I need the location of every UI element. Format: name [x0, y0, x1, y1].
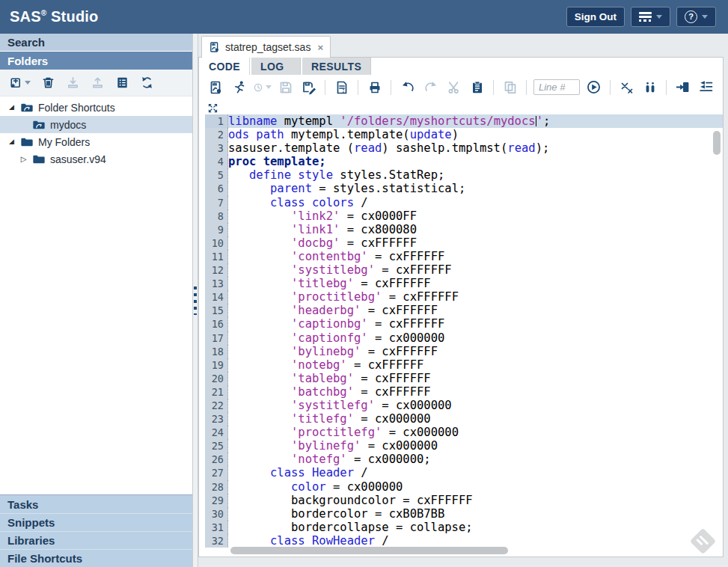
program-button[interactable] [207, 78, 225, 96]
pane-splitter[interactable] [193, 34, 198, 567]
line-number: 25 [205, 439, 228, 453]
code-line[interactable]: 19 'notebg' = cxFFFFFF [205, 358, 723, 372]
code-line[interactable]: 5 define style styles.StatRep; [205, 168, 723, 182]
code-line[interactable]: 8 'link2' = cx0000FF [205, 209, 723, 223]
code-line[interactable]: 30 bordercolor = cxB0B7BB [205, 507, 723, 521]
properties-icon [115, 76, 129, 90]
code-line[interactable]: 31 bordercollapse = collapse; [205, 521, 723, 534]
code-line[interactable]: 15 'headerbg' = cxFFFFFF [205, 304, 723, 317]
code-line[interactable]: 24 'proctitlefg' = cx000000 [205, 426, 723, 439]
maximize-view-button[interactable] [206, 101, 219, 114]
copy-icon [503, 80, 518, 95]
document-tab[interactable]: statrep_tagset.sas × [201, 36, 331, 58]
line-number: 27 [205, 466, 228, 479]
code-line[interactable]: 12 'systitlebg' = cxFFFFFF [205, 263, 723, 277]
find-replace-button[interactable] [640, 78, 659, 96]
code-line[interactable]: 9 'link1' = cx800080 [205, 223, 723, 236]
sign-out-button[interactable]: Sign Out [566, 7, 625, 27]
code-lines: 1libname mytempl '/folders/myshortcuts/m… [205, 114, 723, 548]
expand-tree-icon[interactable]: ▷ [19, 156, 28, 163]
new-program-button[interactable]: ; [332, 78, 351, 96]
code-line[interactable]: 32 class RowHeader / [205, 534, 723, 548]
clear-icon [620, 80, 634, 95]
shortcut-folder-icon [20, 102, 34, 113]
work-area: statrep_tagset.sas × CODE LOG RESULTS [198, 34, 728, 567]
code-line[interactable]: 23 'titlefg' = cx000000 [205, 412, 723, 426]
redo-icon [423, 80, 438, 95]
vertical-scrollbar[interactable] [713, 131, 721, 543]
clear-code-button[interactable] [617, 78, 636, 96]
save-as-button[interactable] [299, 78, 318, 96]
line-number-input[interactable] [533, 79, 580, 95]
code-line[interactable]: 16 'captionbg' = cxFFFFFF [205, 317, 723, 331]
code-line[interactable]: 2ods path mytempl.template(update) [205, 128, 723, 141]
code-editor[interactable]: 1libname mytempl '/folders/myshortcuts/m… [199, 114, 723, 557]
tab-log[interactable]: LOG [251, 58, 301, 75]
line-number: 13 [205, 277, 228, 290]
collapse-icon[interactable]: ◢ [7, 138, 16, 145]
trash-icon [41, 76, 55, 90]
new-folder-button[interactable] [6, 73, 33, 93]
section-file-shortcuts[interactable]: File Shortcuts [0, 549, 192, 567]
close-tab-icon[interactable]: × [317, 42, 323, 53]
section-libraries[interactable]: Libraries [0, 531, 192, 549]
line-number: 6 [205, 182, 228, 195]
code-line[interactable]: 3sasuser.template (read) sashelp.tmplmst… [205, 141, 723, 155]
code-line[interactable]: 29 backgroundcolor = cxFFFFFF [205, 494, 723, 507]
program-panel: CODE LOG RESULTS [198, 57, 724, 557]
goto-line-button[interactable] [584, 78, 603, 96]
delete-button[interactable] [38, 73, 58, 93]
code-line[interactable]: 10 'docbg' = cxFFFFFF [205, 236, 723, 250]
horizontal-scrollbar[interactable] [230, 547, 678, 554]
tree-item-my-folders[interactable]: ◢ My Folders [0, 133, 192, 150]
format-code-button[interactable] [697, 78, 715, 96]
line-number: 16 [205, 317, 228, 331]
code-line[interactable]: 1libname mytempl '/folders/myshortcuts/m… [205, 114, 723, 128]
scissors-icon [447, 80, 462, 95]
code-line[interactable]: 28 color = cx000000 [205, 480, 723, 494]
scrollbar-thumb[interactable] [713, 131, 721, 155]
tab-code[interactable]: CODE [200, 58, 250, 75]
code-line[interactable]: 27 class Header / [205, 466, 723, 479]
code-line[interactable]: 14 'proctitlebg' = cxFFFFFF [205, 290, 723, 304]
upload-button [88, 73, 107, 93]
code-line[interactable]: 7 class colors / [205, 196, 723, 209]
code-line[interactable]: 25 'bylinefg' = cx000000 [205, 439, 723, 453]
code-line[interactable]: 21 'batchbg' = cxFFFFFF [205, 385, 723, 399]
undo-button[interactable] [398, 78, 417, 96]
code-line[interactable]: 13 'titlebg' = cxFFFFFF [205, 277, 723, 290]
help-menu-button[interactable]: ? [676, 7, 716, 27]
properties-button[interactable] [112, 73, 132, 93]
code-line[interactable]: 17 'captionfg' = cx000000 [205, 331, 723, 345]
tab-results[interactable]: RESULTS [302, 58, 371, 75]
code-line[interactable]: 11 'contentbg' = cxFFFFFF [205, 250, 723, 263]
print-button[interactable] [365, 78, 384, 96]
go-to-region-button[interactable] [673, 78, 692, 96]
scrollbar-thumb[interactable] [230, 547, 508, 554]
code-line[interactable]: 6 parent = styles.statistical; [205, 182, 723, 195]
toolbar-separator [493, 80, 494, 95]
paste-button[interactable] [468, 78, 486, 96]
section-search[interactable]: Search [0, 34, 192, 52]
run-button[interactable] [230, 78, 248, 96]
section-snippets[interactable]: Snippets [0, 513, 192, 531]
code-line[interactable]: 20 'tablebg' = cxFFFFFF [205, 372, 723, 385]
code-line[interactable]: 26 'notefg' = cx000000; [205, 453, 723, 466]
code-line[interactable]: 18 'bylinebg' = cxFFFFFF [205, 345, 723, 358]
tree-item-mydocs[interactable]: mydocs [0, 116, 192, 133]
refresh-button[interactable] [137, 73, 156, 93]
line-number: 23 [205, 412, 228, 426]
toolbar-separator [666, 80, 667, 95]
section-tasks[interactable]: Tasks [0, 495, 192, 513]
shortcut-folder-icon [32, 119, 46, 130]
code-line[interactable]: 4proc template; [205, 155, 723, 168]
tree-item-folder-shortcuts[interactable]: ◢ Folder Shortcuts [0, 99, 192, 116]
toolbar-separator [526, 80, 527, 95]
code-line[interactable]: 22 'systitlefg' = cx000000 [205, 399, 723, 412]
more-menu-button[interactable] [631, 7, 670, 27]
tree-item-sasuser-v94[interactable]: ▷ sasuser.v94 [0, 150, 192, 168]
application-header: SAS® Studio Sign Out ? [0, 0, 728, 34]
line-number: 1 [205, 114, 228, 128]
section-folders[interactable]: Folders [0, 52, 192, 70]
collapse-icon[interactable]: ◢ [7, 104, 16, 111]
